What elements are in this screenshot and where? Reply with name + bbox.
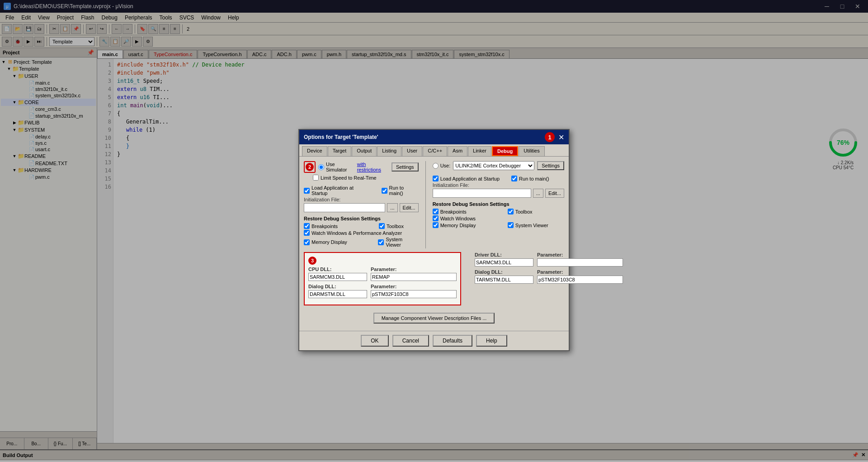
modal-tab-user[interactable]: User bbox=[402, 146, 422, 156]
modal-tabs: Device Target Output Listing User C/C++ … bbox=[299, 144, 569, 157]
dialog-dll-input[interactable] bbox=[308, 290, 367, 298]
load-app-label[interactable]: Load Application at Startup bbox=[304, 185, 370, 196]
driver-dll-input[interactable] bbox=[475, 258, 533, 267]
badge-3: 3 bbox=[308, 257, 316, 265]
debugger-selector[interactable]: ULINK2/ME Cortex Debugger bbox=[453, 161, 534, 170]
driver-dll-label: Driver DLL: bbox=[475, 252, 533, 257]
right-watch-windows-checkbox[interactable] bbox=[433, 215, 439, 221]
left-settings-button[interactable]: Settings bbox=[392, 162, 419, 171]
modal-tab-listing[interactable]: Listing bbox=[377, 146, 401, 156]
modal-title-bar: Options for Target 'Template' 1 ✕ bbox=[299, 130, 569, 144]
modal-tab-cpp[interactable]: C/C++ bbox=[423, 146, 447, 156]
right-load-app-label[interactable]: Load Application at Startup bbox=[433, 176, 500, 181]
use-radio-label[interactable]: Use: bbox=[433, 163, 451, 169]
modal-tab-utilities[interactable]: Utilities bbox=[519, 146, 544, 156]
right-init-browse-button[interactable]: ... bbox=[533, 189, 543, 198]
modal-tab-asm[interactable]: Asm bbox=[448, 146, 467, 156]
right-toolbox-checkbox[interactable] bbox=[508, 209, 514, 214]
limit-speed-label[interactable]: Limit Speed to Real-Time bbox=[313, 175, 377, 181]
right-toolbox-label[interactable]: Toolbox bbox=[508, 209, 533, 214]
dialog-param-label: Parameter: bbox=[371, 284, 457, 289]
memory-row: Memory Display System Viewer bbox=[304, 237, 419, 248]
right-load-app-row: Load Application at Startup Run to main(… bbox=[433, 176, 564, 181]
badge-2-container: 2 bbox=[304, 161, 316, 173]
right-settings-button[interactable]: Settings bbox=[537, 161, 564, 170]
badge-2: 2 bbox=[306, 163, 314, 171]
help-button[interactable]: Help bbox=[476, 335, 507, 347]
dialog-param-input[interactable] bbox=[371, 290, 457, 298]
limit-speed-checkbox[interactable] bbox=[313, 175, 319, 181]
run-to-main-label[interactable]: Run to main() bbox=[382, 185, 419, 196]
right-system-viewer-checkbox[interactable] bbox=[508, 222, 514, 228]
defaults-button[interactable]: Defaults bbox=[433, 335, 472, 347]
use-simulator-label[interactable]: Use Simulator bbox=[318, 162, 354, 172]
right-watch-windows-label[interactable]: Watch Windows bbox=[433, 215, 476, 221]
modal-body: 2 Use Simulator with restrictions Settin… bbox=[299, 157, 569, 331]
system-viewer-checkbox[interactable] bbox=[378, 239, 384, 245]
right-init-edit-button[interactable]: Edit... bbox=[545, 189, 564, 198]
right-run-to-main-label[interactable]: Run to main() bbox=[511, 176, 549, 181]
right-dialog-param-col: Parameter: bbox=[537, 269, 623, 284]
with-restrictions-link[interactable]: with restrictions bbox=[357, 162, 389, 172]
dll-section: 3 CPU DLL: Parameter: bbox=[304, 252, 564, 309]
driver-param-col: Parameter: bbox=[537, 252, 623, 267]
dialog-dll-col: Dialog DLL: bbox=[308, 284, 367, 298]
modal-tab-device[interactable]: Device bbox=[302, 146, 327, 156]
watch-row: Watch Windows & Performance Analyzer bbox=[304, 230, 419, 236]
right-system-viewer-label[interactable]: System Viewer bbox=[508, 222, 548, 228]
debug-section-top: 2 Use Simulator with restrictions Settin… bbox=[304, 161, 564, 248]
init-edit-button[interactable]: Edit... bbox=[400, 203, 419, 212]
breakpoints-checkbox[interactable] bbox=[304, 223, 310, 229]
breakpoints-label[interactable]: Breakpoints bbox=[304, 223, 376, 229]
run-to-main-checkbox[interactable] bbox=[382, 188, 387, 194]
right-dll-section: Driver DLL: Parameter: Dialog DLL: bbox=[475, 252, 623, 309]
modal-close-button[interactable]: ✕ bbox=[558, 133, 564, 142]
init-file-row: Initialization File: ... Edit... bbox=[304, 197, 419, 212]
init-file-input[interactable] bbox=[304, 203, 385, 212]
modal-title-text: Options for Target 'Template' bbox=[304, 134, 378, 140]
right-init-file-label: Initialization File: bbox=[433, 182, 564, 188]
memory-display-label[interactable]: Memory Display bbox=[304, 239, 375, 245]
right-init-file-input[interactable] bbox=[433, 189, 531, 198]
dialog-dll-label: Dialog DLL: bbox=[308, 284, 367, 289]
ok-button[interactable]: OK bbox=[361, 335, 388, 347]
watch-windows-label[interactable]: Watch Windows & Performance Analyzer bbox=[304, 230, 402, 236]
right-dialog-dll-label: Dialog DLL: bbox=[475, 269, 533, 275]
use-debugger-radio[interactable] bbox=[433, 163, 439, 169]
cpu-dll-col: CPU DLL: bbox=[308, 267, 367, 281]
toolbox-checkbox[interactable] bbox=[379, 223, 385, 229]
right-run-to-main-checkbox[interactable] bbox=[511, 176, 517, 181]
system-viewer-label[interactable]: System Viewer bbox=[378, 237, 418, 248]
left-dll-box: 3 CPU DLL: Parameter: bbox=[304, 252, 461, 305]
driver-param-input[interactable] bbox=[537, 258, 623, 267]
right-init-file-row: Initialization File: ... Edit... bbox=[433, 182, 564, 198]
cpu-dll-label: CPU DLL: bbox=[308, 267, 367, 272]
modal-tab-debug[interactable]: Debug bbox=[492, 146, 518, 156]
watch-windows-checkbox[interactable] bbox=[304, 230, 310, 236]
cpu-param-input[interactable] bbox=[371, 273, 457, 281]
use-simulator-radio[interactable] bbox=[318, 164, 324, 170]
right-load-app-checkbox[interactable] bbox=[433, 176, 439, 181]
right-memory-display-label[interactable]: Memory Display bbox=[433, 222, 505, 228]
modal-tab-output[interactable]: Output bbox=[352, 146, 377, 156]
init-browse-button[interactable]: ... bbox=[387, 203, 397, 212]
cpu-dll-input[interactable] bbox=[308, 273, 367, 281]
limit-speed-row: Limit Speed to Real-Time bbox=[313, 175, 419, 181]
memory-display-checkbox[interactable] bbox=[304, 239, 310, 245]
right-dialog-param-input[interactable] bbox=[537, 276, 623, 284]
modal-tab-linker[interactable]: Linker bbox=[468, 146, 491, 156]
restore-title-right: Restore Debug Session Settings bbox=[433, 201, 564, 207]
toolbox-label[interactable]: Toolbox bbox=[379, 223, 404, 229]
section-separator bbox=[425, 161, 426, 248]
manage-component-button[interactable]: Manage Component Viewer Description File… bbox=[373, 313, 495, 324]
right-dialog-dll-input[interactable] bbox=[475, 276, 533, 284]
right-dialog-dll-row: Dialog DLL: Parameter: bbox=[475, 269, 623, 284]
modal-tab-target[interactable]: Target bbox=[328, 146, 352, 156]
right-memory-display-checkbox[interactable] bbox=[433, 222, 439, 228]
right-breakpoints-checkbox[interactable] bbox=[433, 209, 439, 214]
modal-overlay: Options for Target 'Template' 1 ✕ Device… bbox=[0, 0, 868, 462]
load-app-checkbox[interactable] bbox=[304, 188, 310, 194]
right-breakpoints-label[interactable]: Breakpoints bbox=[433, 209, 505, 214]
cancel-button[interactable]: Cancel bbox=[392, 335, 429, 347]
init-file-label: Initialization File: bbox=[304, 197, 419, 202]
